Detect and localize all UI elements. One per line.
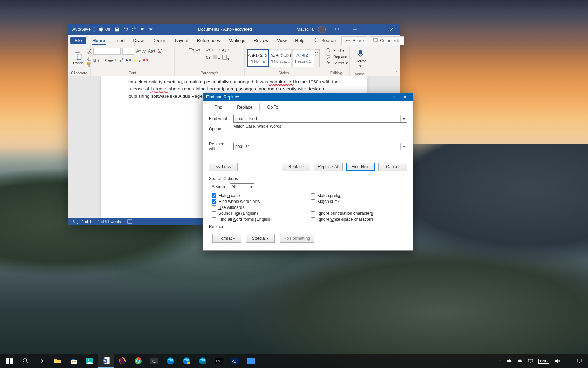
- qat-dropdown-icon[interactable]: [148, 27, 153, 32]
- ribbon-display-icon[interactable]: [330, 24, 344, 35]
- cmd-button[interactable]: C:\: [211, 354, 227, 368]
- minimize-button[interactable]: [348, 24, 362, 35]
- shading-icon[interactable]: ▾: [212, 54, 220, 61]
- multilevel-icon[interactable]: ⋮≡▾: [202, 48, 210, 52]
- font-color-icon[interactable]: A ▾: [142, 58, 148, 62]
- toggle-switch[interactable]: [93, 27, 103, 32]
- dropdown-icon[interactable]: ▾: [400, 115, 407, 122]
- word-forms-checkbox[interactable]: Find all word forms (English): [212, 217, 308, 222]
- dictate-button[interactable]: Dictate▾: [352, 48, 369, 70]
- sort-icon[interactable]: A↓: [222, 48, 226, 52]
- search-button[interactable]: [18, 354, 34, 368]
- powershell-button[interactable]: >_: [227, 354, 243, 368]
- align-center-icon[interactable]: ≡: [194, 56, 196, 60]
- store-button[interactable]: [66, 354, 82, 368]
- select-button[interactable]: Select ▾: [326, 60, 348, 66]
- edge-dev-button[interactable]: [195, 354, 211, 368]
- styles-scroll[interactable]: ▴ ▾ ▿: [315, 49, 320, 67]
- language-indicator[interactable]: ENG: [538, 359, 550, 364]
- save-icon[interactable]: [115, 27, 120, 32]
- decrease-indent-icon[interactable]: ⇤: [212, 48, 215, 52]
- close-button[interactable]: [385, 24, 399, 35]
- match-case-checkbox[interactable]: Match case: [212, 193, 308, 198]
- clipboard-launcher-icon[interactable]: [85, 71, 89, 75]
- firefox-button[interactable]: [114, 354, 130, 368]
- superscript-icon[interactable]: x2: [120, 57, 124, 63]
- paste-button[interactable]: Paste: [71, 50, 85, 67]
- onedrive-icon[interactable]: [507, 358, 512, 364]
- bullets-icon[interactable]: ☰▾: [189, 48, 194, 52]
- whole-words-checkbox[interactable]: Find whole words only: [212, 199, 308, 204]
- style-heading1[interactable]: AaBbCHeading 1: [292, 49, 314, 67]
- keyboard-icon[interactable]: [565, 359, 572, 363]
- tab-view[interactable]: View: [273, 36, 291, 45]
- replace-button[interactable]: Replace: [326, 54, 347, 60]
- replace-one-button[interactable]: Replace: [282, 163, 310, 171]
- dialog-close-button[interactable]: ✕: [399, 95, 410, 100]
- sounds-like-checkbox[interactable]: Sounds like (English): [212, 211, 308, 216]
- notifications-icon[interactable]: [577, 358, 582, 364]
- paragraph-launcher-icon[interactable]: [239, 71, 243, 75]
- avatar[interactable]: [318, 26, 326, 33]
- borders-icon[interactable]: ▾: [222, 54, 230, 61]
- word-count[interactable]: 1 of 91 words: [98, 219, 121, 224]
- qat-icon[interactable]: [140, 27, 145, 32]
- autosave-toggle[interactable]: AutoSave Off: [72, 27, 110, 32]
- dialog-title-bar[interactable]: Find and Replace ? ✕: [203, 93, 413, 101]
- highlight-icon[interactable]: ▾: [133, 57, 141, 63]
- volume-icon[interactable]: [554, 358, 560, 364]
- text-effects-icon[interactable]: A ▾: [125, 58, 131, 62]
- tray-chevron-icon[interactable]: ⌃: [498, 359, 502, 363]
- styles-launcher-icon[interactable]: [318, 71, 321, 75]
- justify-icon[interactable]: ≡: [201, 56, 203, 60]
- find-next-button[interactable]: Find Next: [346, 163, 375, 171]
- tab-goto[interactable]: Go To: [260, 103, 286, 111]
- terminal-button[interactable]: >_: [146, 354, 162, 368]
- redo-icon[interactable]: [132, 27, 136, 32]
- line-spacing-icon[interactable]: ⇅▾: [205, 55, 211, 60]
- show-marks-icon[interactable]: ¶: [228, 48, 230, 52]
- maximize-button[interactable]: [366, 24, 380, 35]
- tab-draw[interactable]: Draw: [129, 36, 148, 45]
- replace-all-button[interactable]: Replace All: [314, 163, 343, 171]
- font-size-combo[interactable]: [122, 48, 134, 55]
- format-button[interactable]: Format ▾: [212, 234, 241, 243]
- app-button[interactable]: [243, 354, 259, 368]
- tab-layout[interactable]: Layout: [170, 36, 192, 45]
- special-button[interactable]: Special ▾: [246, 234, 275, 243]
- tab-references[interactable]: References: [192, 36, 224, 45]
- settings-button[interactable]: [34, 354, 50, 368]
- search-direction-select[interactable]: All ▾: [230, 183, 254, 190]
- file-explorer-button[interactable]: [50, 354, 66, 368]
- replace-with-input[interactable]: popular ▾: [233, 143, 407, 150]
- undo-icon[interactable]: [123, 27, 128, 32]
- cloud-icon[interactable]: [517, 358, 523, 364]
- share-button[interactable]: Share: [341, 36, 368, 45]
- font-launcher-icon[interactable]: [169, 71, 173, 75]
- ignore-whitespace-checkbox[interactable]: Ignore white-space characters: [311, 217, 407, 222]
- chrome-button[interactable]: [130, 354, 146, 368]
- tab-help[interactable]: Help: [291, 36, 309, 45]
- style-nospacing[interactable]: AaBbCcDd¶ No Spac...: [270, 49, 292, 67]
- tab-find[interactable]: Find: [207, 103, 230, 111]
- find-what-input[interactable]: popularised ▾: [233, 115, 407, 123]
- comments-button[interactable]: Comments: [369, 36, 404, 45]
- font-family-combo[interactable]: [93, 48, 121, 55]
- clear-format-icon[interactable]: [157, 48, 163, 54]
- shrink-font-icon[interactable]: A▾: [142, 49, 146, 54]
- align-right-icon[interactable]: ≡: [197, 56, 200, 60]
- dropdown-icon[interactable]: ▾: [400, 143, 407, 150]
- grow-font-icon[interactable]: A▴: [136, 48, 141, 54]
- increase-indent-icon[interactable]: ⇥: [217, 48, 220, 52]
- page-count[interactable]: Page 1 of 1: [72, 219, 91, 224]
- ignore-punct-checkbox[interactable]: Ignore punctuation characters: [311, 211, 407, 216]
- find-button[interactable]: Find ▾: [326, 48, 344, 53]
- numbering-icon[interactable]: ≡▾: [196, 48, 200, 52]
- tab-file[interactable]: File: [70, 37, 86, 44]
- less-button[interactable]: << Less: [209, 163, 238, 171]
- tab-review[interactable]: Review: [250, 36, 273, 45]
- collapse-ribbon-icon[interactable]: ⌃: [394, 70, 397, 75]
- tab-replace[interactable]: Replace: [230, 103, 260, 111]
- no-formatting-button[interactable]: No Formatting: [280, 234, 314, 243]
- match-prefix-checkbox[interactable]: Match prefix: [311, 193, 407, 198]
